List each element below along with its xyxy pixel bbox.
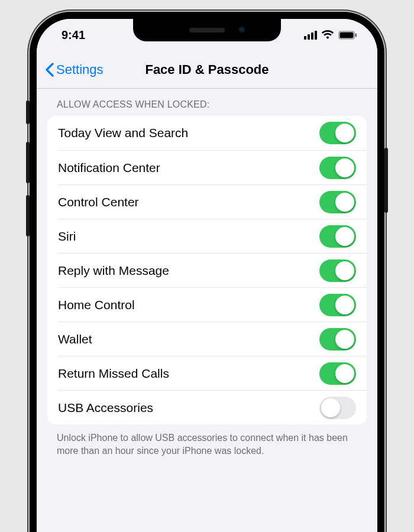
content: Allow Access When Locked: Today View and… [37,89,377,457]
phone-frame: 9:41 Settings Face ID & Passcod [30,12,384,532]
toggle-switch[interactable] [319,157,356,179]
toggle-switch[interactable] [319,191,356,213]
settings-row: Today View and Search [47,116,367,150]
row-label: Siri [58,229,319,244]
row-label: Return Missed Calls [58,366,319,381]
back-label: Settings [56,62,104,77]
back-button[interactable]: Settings [37,62,104,77]
settings-row: Siri [58,219,367,253]
toggle-knob [335,296,354,314]
navigation-bar: Settings Face ID & Passcode [37,51,377,89]
battery-icon [338,31,357,40]
settings-row: Return Missed Calls [58,356,367,390]
settings-row: Home Control [58,287,367,322]
front-camera [238,26,245,33]
toggle-switch[interactable] [319,362,356,385]
row-label: Reply with Message [58,264,319,278]
cellular-signal-icon [304,31,317,40]
row-label: USB Accessories [58,401,319,415]
toggle-switch[interactable] [319,259,356,282]
status-time: 9:41 [62,28,85,42]
toggle-knob [335,193,354,212]
svg-rect-2 [355,33,357,37]
toggle-switch[interactable] [319,122,356,144]
settings-row: Reply with Message [58,253,367,287]
toggle-knob [335,158,354,177]
toggle-knob [335,330,354,349]
volume-down-button [26,195,30,236]
svg-rect-1 [340,32,354,38]
screen: 9:41 Settings Face ID & Passcod [37,19,377,532]
settings-row: USB Accessories [58,390,367,424]
settings-row: Wallet [58,322,367,356]
speaker-grille [189,28,225,33]
wifi-icon [321,30,334,40]
toggle-knob [335,124,354,142]
toggle-switch[interactable] [319,294,356,316]
settings-group: Today View and SearchNotification Center… [47,116,367,424]
row-label: Notification Center [58,161,319,175]
toggle-switch[interactable] [319,225,356,248]
notch [133,19,281,41]
settings-row: Notification Center [58,150,367,184]
settings-row: Control Center [58,184,367,219]
section-footer: Unlock iPhone to allow USB accessories t… [37,424,377,457]
toggle-knob [335,261,354,280]
toggle-knob [335,364,354,383]
volume-up-button [26,142,30,183]
row-label: Wallet [58,332,319,346]
section-header: Allow Access When Locked: [37,93,377,116]
toggle-knob [321,398,340,417]
chevron-left-icon [45,63,54,77]
row-label: Today View and Search [58,126,319,140]
toggle-knob [335,227,354,246]
toggle-switch[interactable] [319,328,356,351]
side-button [384,148,388,213]
toggle-switch[interactable] [319,397,356,419]
row-label: Home Control [58,298,319,312]
row-label: Control Center [58,195,319,209]
mute-switch [26,100,30,124]
